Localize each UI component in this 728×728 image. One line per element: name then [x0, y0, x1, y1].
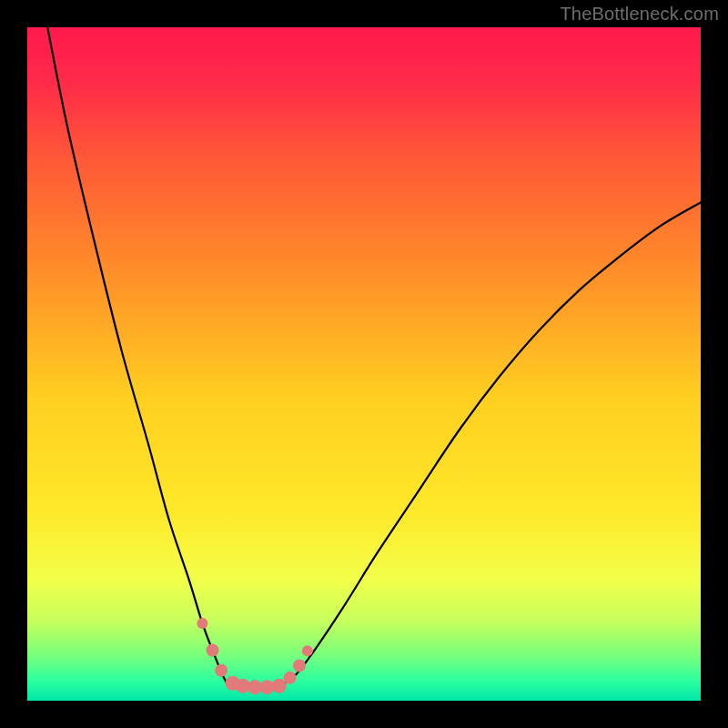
- watermark-text: TheBottleneck.com: [560, 4, 719, 25]
- trough-marker: [197, 618, 207, 629]
- chart-frame: TheBottleneck.com: [0, 0, 728, 728]
- bottleneck-chart: [27, 27, 701, 701]
- trough-marker: [207, 644, 219, 657]
- plot-area: [27, 27, 701, 701]
- trough-marker: [293, 660, 306, 672]
- trough-marker: [284, 672, 297, 684]
- trough-marker: [272, 679, 287, 693]
- gradient-background: [27, 27, 701, 701]
- trough-marker: [302, 645, 313, 656]
- trough-marker: [215, 664, 228, 677]
